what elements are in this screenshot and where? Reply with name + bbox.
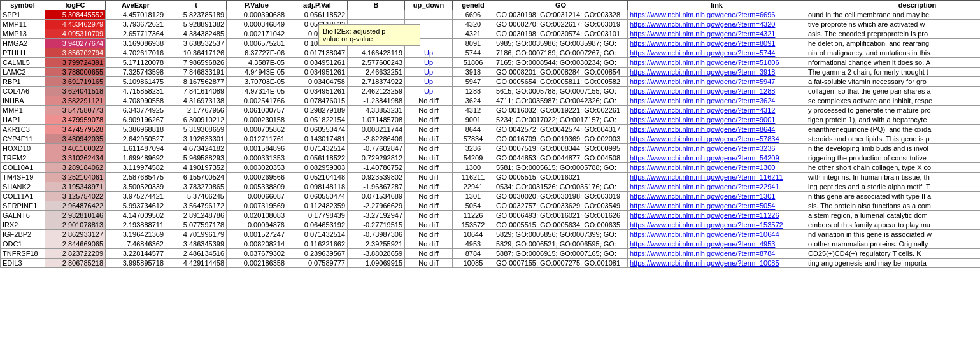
col-header-symbol[interactable]: symbol	[1, 1, 45, 10]
cell-link[interactable]: https://www.ncbi.nlm.nih.gov/gene/?term=…	[628, 77, 806, 87]
cell-link[interactable]: https://www.ncbi.nlm.nih.gov/gene/?term=…	[628, 68, 806, 77]
cell-link[interactable]: https://www.ncbi.nlm.nih.gov/gene/?term=…	[628, 220, 806, 230]
cell-adjpval: 0.112482359	[287, 201, 348, 211]
cell-pvalue: 0.002541766	[227, 96, 287, 106]
cell-description: ting angiogenesis and may be importa	[806, 259, 981, 268]
col-header-description[interactable]: description	[806, 1, 981, 10]
cell-go: 5985; GO:0035986; GO:0035987; GO:	[494, 39, 628, 48]
cell-link[interactable]: https://www.ncbi.nlm.nih.gov/gene/?term=…	[628, 20, 806, 29]
cell-description: riggering the production of constitutive	[806, 153, 981, 163]
cell-aveexpr: 7.325743598	[106, 68, 166, 77]
cell-adjpval: 0.17798439	[287, 211, 348, 220]
cell-adjpval: 0.107766909	[287, 39, 348, 48]
col-header-updown[interactable]: up_down	[405, 1, 453, 10]
cell-symbol: SERPINE1	[1, 201, 45, 211]
cell-symbol: HAP1	[1, 115, 45, 125]
cell-link[interactable]: https://www.ncbi.nlm.nih.gov/gene/?term=…	[628, 39, 806, 48]
cell-link[interactable]: https://www.ncbi.nlm.nih.gov/gene/?term=…	[628, 230, 806, 239]
cell-t: 8.167562877	[166, 77, 227, 87]
cell-link[interactable]: https://www.ncbi.nlm.nih.gov/gene/?term=…	[628, 87, 806, 96]
cell-t: 10.36417126	[166, 48, 227, 58]
cell-symbol: CYP4F11	[1, 134, 45, 144]
cell-pvalue: 0.008208214	[227, 239, 287, 249]
cell-b	[348, 10, 405, 20]
cell-pvalue: 0.006575281	[227, 39, 287, 48]
cell-link[interactable]: https://www.ncbi.nlm.nih.gov/gene/?term=…	[628, 48, 806, 58]
col-header-geneid[interactable]: geneId	[453, 1, 494, 10]
cell-logfc: 3.856702794	[45, 48, 106, 58]
cell-logfc: 4.095310709	[45, 29, 106, 39]
cell-b	[348, 39, 405, 48]
cell-go: 5829; GO:0006521; GO:0006595; GO:	[494, 239, 628, 249]
cell-geneid: 4321	[453, 29, 494, 39]
cell-b: -3.27192947	[348, 211, 405, 220]
cell-link[interactable]: https://www.ncbi.nlm.nih.gov/gene/?term=…	[628, 144, 806, 153]
cell-b: -0.73987306	[348, 230, 405, 239]
cell-link[interactable]: https://www.ncbi.nlm.nih.gov/gene/?term=…	[628, 125, 806, 134]
cell-link[interactable]: https://www.ncbi.nlm.nih.gov/gene/?term=…	[628, 239, 806, 249]
cell-updown	[405, 20, 453, 29]
cell-logfc: 5.308445552	[45, 10, 106, 20]
cell-link[interactable]: https://www.ncbi.nlm.nih.gov/gene/?term=…	[628, 211, 806, 220]
cell-link[interactable]: https://www.ncbi.nlm.nih.gov/gene/?term=…	[628, 58, 806, 68]
cell-link[interactable]: https://www.ncbi.nlm.nih.gov/gene/?term=…	[628, 173, 806, 182]
cell-logfc: 3.195348971	[45, 182, 106, 192]
col-header-pvalue[interactable]: P.Value	[227, 1, 287, 10]
cell-link[interactable]: https://www.ncbi.nlm.nih.gov/gene/?term=…	[628, 10, 806, 20]
table-row: AKR1C3 3.474579528 5.386968818 5.3193086…	[1, 125, 981, 134]
cell-go: GO:0016709; GO:0019369; GO:002003	[494, 134, 628, 144]
cell-b: 2.46632251	[348, 68, 405, 77]
cell-go: GO:0032757; GO:0033629; GO:003549	[494, 201, 628, 211]
cell-description: enanthrenequinone (PQ), and the oxida	[806, 125, 981, 134]
cell-link[interactable]: https://www.ncbi.nlm.nih.gov/gene/?term=…	[628, 153, 806, 163]
cell-link[interactable]: https://www.ncbi.nlm.nih.gov/gene/?term=…	[628, 106, 806, 115]
cell-aveexpr: 5.993734612	[106, 201, 166, 211]
cell-updown: Up	[405, 87, 453, 96]
cell-t: 5.077597178	[166, 220, 227, 230]
cell-t: 5.319308659	[166, 125, 227, 134]
cell-t: 5.37406245	[166, 192, 227, 201]
cell-aveexpr: 7.46846362	[106, 239, 166, 249]
col-header-adjpval[interactable]: adj.P.Val	[287, 1, 348, 10]
cell-link[interactable]: https://www.ncbi.nlm.nih.gov/gene/?term=…	[628, 29, 806, 39]
col-header-link[interactable]: link	[628, 1, 806, 10]
cell-geneid: 5054	[453, 201, 494, 211]
cell-updown: No diff	[405, 249, 453, 259]
cell-link[interactable]: https://www.ncbi.nlm.nih.gov/gene/?term=…	[628, 249, 806, 259]
cell-adjpval: 0.07589777	[287, 259, 348, 268]
cell-link[interactable]: https://www.ncbi.nlm.nih.gov/gene/?term=…	[628, 115, 806, 125]
cell-go: GO:0008270; GO:0022617; GO:003019	[494, 20, 628, 29]
table-row: MMP1 3.547580773 6.343774925 2.17767956 …	[1, 106, 981, 115]
cell-link[interactable]: https://www.ncbi.nlm.nih.gov/gene/?term=…	[628, 201, 806, 211]
cell-logfc: 3.252104061	[45, 173, 106, 182]
cell-t: 7.846833191	[166, 68, 227, 77]
cell-pvalue: 0.003020353	[227, 163, 287, 173]
cell-updown: No diff	[405, 163, 453, 173]
cell-b: -2.82286406	[348, 134, 405, 144]
cell-link[interactable]: https://www.ncbi.nlm.nih.gov/gene/?term=…	[628, 182, 806, 192]
cell-logfc: 2.932810146	[45, 211, 106, 220]
col-header-b[interactable]: B	[348, 1, 405, 10]
cell-aveexpr: 2.587685475	[106, 173, 166, 182]
col-header-aveexpr[interactable]: AveExpr	[106, 1, 166, 10]
cell-pvalue: 0.00094876	[227, 220, 287, 230]
cell-t: 2.486134516	[166, 249, 227, 259]
cell-updown: No diff	[405, 220, 453, 230]
col-header-go[interactable]: GO	[494, 1, 628, 10]
cell-b: -2.39255921	[348, 239, 405, 249]
cell-b: 2.577600243	[348, 58, 405, 68]
cell-link[interactable]: https://www.ncbi.nlm.nih.gov/gene/?term=…	[628, 134, 806, 144]
col-header-logfc[interactable]: logFC	[45, 1, 106, 10]
table-row: COL11A1 3.125754022 3.975274421 5.374062…	[1, 192, 981, 201]
table-row: COL4A6 3.624041518 4.715858231 7.8416140…	[1, 87, 981, 96]
cell-link[interactable]: https://www.ncbi.nlm.nih.gov/gene/?term=…	[628, 192, 806, 201]
cell-symbol: MMP13	[1, 29, 45, 39]
cell-aveexpr: 3.196421369	[106, 230, 166, 239]
cell-link[interactable]: https://www.ncbi.nlm.nih.gov/gene/?term=…	[628, 163, 806, 173]
cell-updown: No diff	[405, 173, 453, 182]
cell-link[interactable]: https://www.ncbi.nlm.nih.gov/gene/?term=…	[628, 259, 806, 268]
cell-pvalue: 0.000230158	[227, 115, 287, 125]
cell-t: 4.316973138	[166, 96, 227, 106]
col-header-t[interactable]: t	[166, 1, 227, 10]
cell-link[interactable]: https://www.ncbi.nlm.nih.gov/gene/?term=…	[628, 96, 806, 106]
